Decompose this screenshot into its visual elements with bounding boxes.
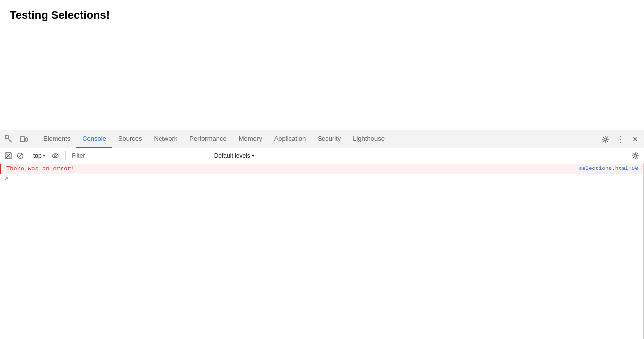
more-icon: ⋮	[616, 135, 625, 144]
tab-application[interactable]: Application	[268, 130, 312, 148]
block-messages-button[interactable]	[15, 150, 26, 161]
prompt-arrow: >	[5, 175, 8, 182]
svg-point-7	[54, 155, 56, 157]
filter-input[interactable]	[70, 151, 209, 160]
devtools-icons-left	[2, 130, 35, 148]
close-devtools-button[interactable]: ✕	[628, 132, 642, 146]
svg-rect-2	[26, 138, 27, 141]
svg-rect-1	[20, 137, 25, 142]
chevron-down-icon: ▾	[43, 153, 45, 158]
clear-console-button[interactable]	[3, 150, 14, 161]
close-icon: ✕	[632, 135, 638, 143]
context-value: top	[33, 152, 42, 159]
tab-list: Elements Console Sources Network Perform…	[37, 130, 598, 148]
svg-point-8	[634, 154, 637, 157]
tab-console[interactable]: Console	[76, 130, 112, 148]
log-levels-chevron: ▾	[252, 153, 254, 158]
tab-performance[interactable]: Performance	[183, 130, 232, 148]
device-toggle-button[interactable]	[17, 132, 31, 146]
clear-icon	[5, 152, 12, 159]
settings-button[interactable]	[598, 132, 612, 146]
devtools-tab-bar: Elements Console Sources Network Perform…	[0, 130, 644, 148]
device-icon	[20, 135, 28, 143]
console-prompt-line: >	[0, 174, 643, 184]
error-text: There was an error!	[6, 166, 75, 172]
tab-lighthouse[interactable]: Lighthouse	[347, 130, 391, 148]
gear-icon	[631, 152, 639, 160]
more-options-button[interactable]: ⋮	[613, 132, 627, 146]
eye-icon	[51, 152, 59, 160]
tab-elements[interactable]: Elements	[37, 130, 76, 148]
gear-icon	[601, 135, 609, 143]
tab-network[interactable]: Network	[148, 130, 184, 148]
console-toolbar-icons	[3, 150, 29, 161]
filter-divider	[65, 151, 66, 160]
file-reference[interactable]: selections.html:50	[579, 166, 638, 171]
log-levels-button[interactable]: Default levels ▾	[211, 151, 257, 160]
console-toolbar: top ▾ Default levels ▾	[0, 148, 644, 163]
console-error-message: There was an error! selections.html:50	[0, 164, 643, 174]
svg-rect-0	[5, 136, 8, 139]
svg-point-3	[604, 138, 607, 140]
devtools-icons-right: ⋮ ✕	[598, 132, 642, 146]
inspect-element-button[interactable]	[2, 132, 16, 146]
inspect-icon	[5, 135, 13, 143]
block-icon	[17, 152, 24, 159]
devtools-panel: Elements Console Sources Network Perform…	[0, 130, 644, 339]
console-output: There was an error! selections.html:50 >	[0, 163, 644, 339]
log-levels-label: Default levels	[214, 152, 250, 159]
page-title: Testing Selections!	[10, 9, 634, 22]
tab-security[interactable]: Security	[312, 130, 347, 148]
eye-filter-button[interactable]	[49, 150, 61, 162]
context-selector[interactable]: top ▾	[31, 151, 47, 160]
console-settings-button[interactable]	[629, 150, 641, 162]
tab-memory[interactable]: Memory	[233, 130, 268, 148]
tab-sources[interactable]: Sources	[112, 130, 148, 148]
svg-point-6	[52, 154, 58, 158]
